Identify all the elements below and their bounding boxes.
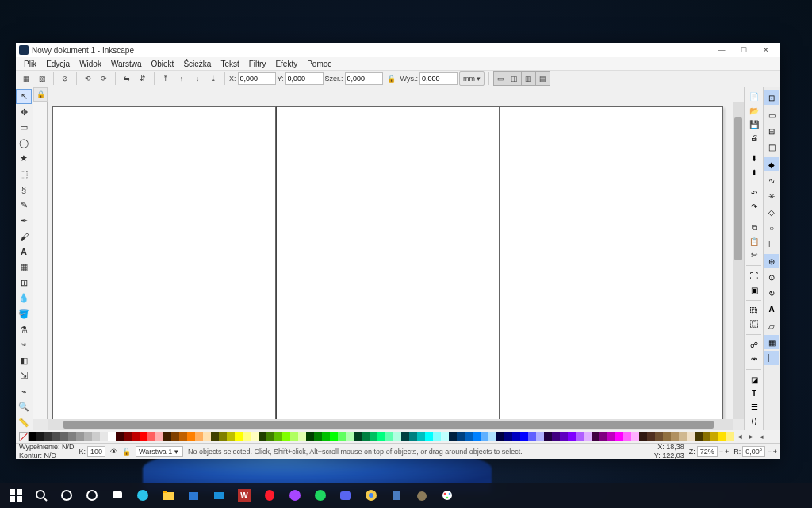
palette-scroll-left[interactable]: ◄	[734, 432, 745, 441]
color-swatch[interactable]	[235, 432, 243, 441]
snap-cusp-icon[interactable]: ◇	[764, 205, 779, 219]
color-swatch[interactable]	[687, 432, 695, 441]
edge-icon[interactable]	[132, 485, 154, 506]
color-swatch[interactable]	[338, 432, 346, 441]
color-swatch[interactable]	[140, 432, 147, 441]
color-swatch[interactable]	[655, 432, 663, 441]
color-swatch[interactable]	[259, 432, 266, 441]
rot-inc-icon[interactable]: +	[773, 448, 777, 456]
ungroup-icon[interactable]: ⚮	[746, 352, 762, 364]
measure-tool[interactable]: 📏	[16, 415, 32, 430]
color-swatch[interactable]	[584, 432, 592, 441]
fill-value[interactable]: N/D	[62, 443, 75, 451]
select-all-layers-icon[interactable]: ▦	[19, 71, 33, 86]
color-swatch[interactable]	[377, 432, 385, 441]
color-swatch[interactable]	[615, 432, 623, 441]
color-swatch[interactable]	[322, 432, 330, 441]
color-swatch[interactable]	[401, 432, 409, 441]
word-icon[interactable]: W	[233, 485, 255, 506]
clone-icon[interactable]: ⿴	[746, 318, 762, 330]
color-swatch[interactable]	[298, 432, 306, 441]
snap-bbox-corner-icon[interactable]: ◰	[764, 140, 779, 154]
color-swatch[interactable]	[274, 432, 282, 441]
gradient-tool[interactable]: ▦	[16, 260, 32, 275]
color-swatch[interactable]	[599, 432, 607, 441]
color-swatch[interactable]	[465, 432, 473, 441]
color-swatch[interactable]	[314, 432, 322, 441]
color-swatch[interactable]	[607, 432, 615, 441]
spotify-icon[interactable]	[309, 485, 331, 506]
tweak-tool[interactable]: ⚗	[16, 322, 32, 337]
color-swatch[interactable]	[124, 432, 132, 441]
lower-bottom-icon[interactable]: ⤓	[206, 71, 220, 86]
color-swatch[interactable]	[282, 432, 290, 441]
color-swatch[interactable]	[695, 432, 703, 441]
raise-top-icon[interactable]: ⤒	[159, 71, 173, 86]
color-swatch[interactable]	[243, 432, 251, 441]
menu-widok[interactable]: Widok	[75, 60, 106, 68]
spiral-tool[interactable]: §	[16, 183, 32, 198]
color-swatch[interactable]	[29, 432, 36, 441]
color-swatch[interactable]	[76, 432, 84, 441]
zoom-value[interactable]: 72%	[697, 446, 718, 457]
affect-corners-icon[interactable]: ◫	[508, 71, 522, 86]
task-view-icon[interactable]	[56, 485, 78, 506]
text-tool[interactable]: A	[16, 244, 32, 260]
zoom-fit-icon[interactable]: ⛶	[746, 270, 762, 282]
color-swatch[interactable]	[354, 432, 362, 441]
menu-sciezka[interactable]: Ścieżka	[178, 60, 216, 68]
redo-icon[interactable]: ↷	[746, 201, 762, 213]
color-swatch[interactable]	[370, 432, 377, 441]
import-icon[interactable]: ⬇	[746, 152, 762, 164]
lock-aspect-icon[interactable]: 🔒	[385, 71, 399, 86]
color-swatch[interactable]	[433, 432, 441, 441]
mesh-tool[interactable]: ⊞	[16, 275, 32, 291]
menu-tekst[interactable]: Tekst	[216, 60, 243, 68]
zoom-page-icon[interactable]: ▣	[746, 283, 762, 295]
paint-bucket-tool[interactable]: 🪣	[16, 306, 32, 321]
maximize-button[interactable]: ☐	[733, 43, 755, 57]
color-swatch[interactable]	[520, 432, 528, 441]
rectangle-tool[interactable]: ▭	[16, 120, 32, 135]
opacity-value[interactable]: 100	[87, 446, 105, 457]
snap-bbox-edge-icon[interactable]: ⊟	[764, 124, 779, 138]
vertical-ruler[interactable]	[33, 102, 48, 419]
color-swatch[interactable]	[52, 432, 60, 441]
color-swatch[interactable]	[195, 432, 203, 441]
opera-icon[interactable]	[259, 485, 281, 506]
select-all-icon[interactable]: ▨	[35, 71, 49, 86]
zoom-in-icon[interactable]: +	[725, 448, 729, 456]
snap-rotation-icon[interactable]: ↻	[764, 286, 779, 300]
color-swatch[interactable]	[504, 432, 512, 441]
new-doc-icon[interactable]: 📄	[746, 90, 762, 102]
no-fill-swatch[interactable]	[19, 432, 29, 441]
color-swatch[interactable]	[108, 432, 116, 441]
chat-icon[interactable]	[106, 485, 128, 506]
color-swatch[interactable]	[68, 432, 76, 441]
gimp-icon[interactable]	[411, 485, 433, 506]
calligraphy-tool[interactable]: 🖌	[16, 229, 32, 244]
menu-obiekt[interactable]: Obiekt	[146, 60, 178, 68]
menu-efekty[interactable]: Efekty	[270, 60, 302, 68]
flip-h-icon[interactable]: ⇋	[120, 71, 134, 86]
store-icon[interactable]	[182, 485, 205, 506]
color-swatch[interactable]	[346, 432, 354, 441]
stroke-value[interactable]: N/D	[44, 452, 57, 460]
chrome-icon[interactable]	[360, 485, 382, 506]
color-swatch[interactable]	[227, 432, 235, 441]
export-icon[interactable]: ⬆	[746, 167, 762, 179]
layer-visibility-icon[interactable]: 👁	[110, 448, 117, 456]
zoom-out-icon[interactable]: −	[719, 448, 723, 456]
affect-gradient-icon[interactable]: ▥	[522, 71, 536, 86]
menu-warstwa[interactable]: Warstwa	[106, 60, 147, 68]
color-swatch[interactable]	[710, 432, 718, 441]
pencil-tool[interactable]: ✎	[16, 198, 32, 213]
color-swatch[interactable]	[211, 432, 219, 441]
snap-text-icon[interactable]: A	[764, 302, 779, 316]
paste-icon[interactable]: 📋	[746, 236, 762, 248]
paint-icon[interactable]	[436, 485, 458, 506]
text-dialog-icon[interactable]: T	[746, 387, 762, 399]
color-swatch[interactable]	[679, 432, 687, 441]
dropper-tool[interactable]: 💧	[16, 291, 32, 306]
3dbox-tool[interactable]: ⬚	[16, 167, 32, 182]
